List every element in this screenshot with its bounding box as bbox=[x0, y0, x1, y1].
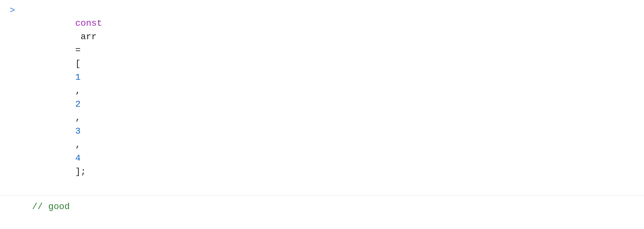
prompt-icon-1: > bbox=[10, 3, 26, 17]
num-1: 1 bbox=[75, 72, 80, 82]
comma-2: , bbox=[75, 113, 86, 123]
code-block-1: const arr = [ 1 , 2 , 3 , 4 ]; bbox=[32, 3, 634, 192]
num-2: 2 bbox=[75, 99, 80, 109]
op-eq-1: = bbox=[75, 45, 86, 55]
code-comment: // good bbox=[32, 199, 634, 215]
keyword-const-1: const bbox=[75, 18, 102, 28]
code-block-2: // good const [ first , second ] = arr; bbox=[32, 199, 634, 229]
bracket-close: ]; bbox=[75, 167, 86, 177]
console-container: > const arr = [ 1 , 2 , 3 , 4 ]; // good bbox=[0, 0, 644, 229]
code-destructure: const [ first , second ] = arr; bbox=[32, 215, 634, 229]
arr-value: [ bbox=[75, 59, 80, 69]
comma-3: , bbox=[75, 140, 86, 150]
code-line-1: const arr = [ 1 , 2 , 3 , 4 ]; bbox=[32, 3, 634, 192]
var-arr: arr bbox=[75, 32, 102, 42]
console-row-1: > const arr = [ 1 , 2 , 3 , 4 ]; bbox=[0, 0, 644, 196]
num-3: 3 bbox=[75, 126, 80, 136]
console-row-2: // good const [ first , second ] = arr; bbox=[0, 196, 644, 229]
num-4: 4 bbox=[75, 153, 80, 163]
comma-1: , bbox=[75, 86, 86, 96]
